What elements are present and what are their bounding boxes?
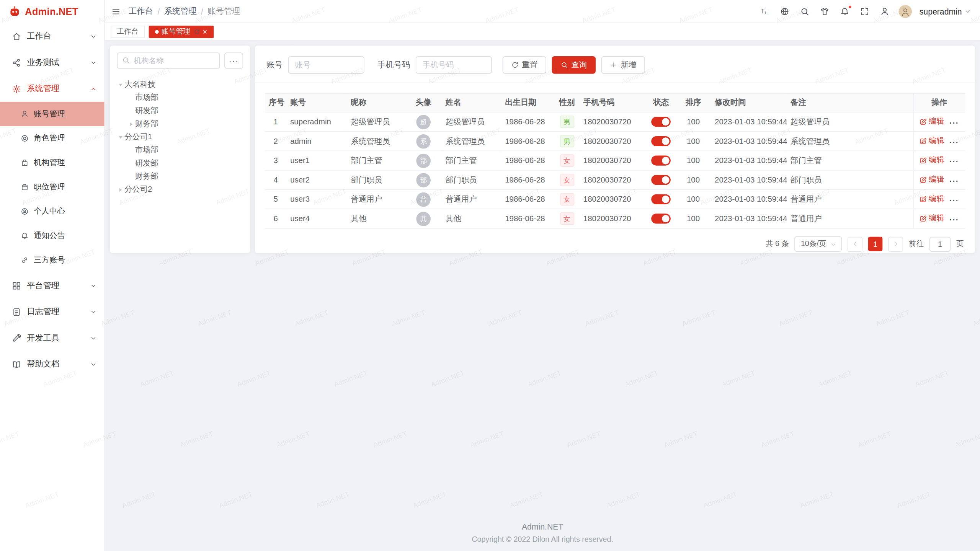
tree-node[interactable]: 研发部 xyxy=(117,104,243,117)
cell-account: user4 xyxy=(286,209,347,228)
cell-name: 超级管理员 xyxy=(442,112,501,132)
row-more-button[interactable]: ··· xyxy=(949,119,959,127)
gender-tag: 男 xyxy=(560,135,574,147)
tree-node[interactable]: 大名科技 xyxy=(117,78,243,91)
cell-gender: 男 xyxy=(554,132,580,151)
tree-node[interactable]: 财务部 xyxy=(117,117,243,130)
tab-label: 工作台 xyxy=(117,27,138,36)
status-toggle[interactable] xyxy=(652,156,671,166)
sidebar-item-help-docs[interactable]: 帮助文档 xyxy=(0,351,105,378)
profile-icon[interactable] xyxy=(880,7,889,16)
collapse-menu-button[interactable] xyxy=(111,7,121,16)
edit-button[interactable]: 编辑 xyxy=(920,194,944,205)
sidebar-item-platform-mgmt[interactable]: 平台管理 xyxy=(0,272,105,299)
tree-expand-caret[interactable] xyxy=(130,122,133,126)
edit-button[interactable]: 编辑 xyxy=(920,155,944,166)
tree-expand-caret[interactable] xyxy=(119,136,122,139)
font-size-icon[interactable]: Tt xyxy=(760,7,769,16)
cell-index: 5 xyxy=(265,190,286,209)
sidebar-item-label: 通知公告 xyxy=(34,230,97,241)
query-form: 账号 手机号码 重置 查询 新增 xyxy=(265,53,965,82)
status-toggle[interactable] xyxy=(652,136,671,146)
add-button[interactable]: 新增 xyxy=(601,56,645,74)
reset-button[interactable]: 重置 xyxy=(503,56,546,74)
sidebar-item-role-mgmt[interactable]: 角色管理 xyxy=(0,126,105,151)
status-toggle[interactable] xyxy=(652,117,671,127)
tree-more-button[interactable]: ··· xyxy=(224,52,243,68)
sidebar-item-label: 开发工具 xyxy=(27,333,84,344)
edit-button[interactable]: 编辑 xyxy=(920,174,944,185)
pagination: 共 6 条 10条/页 1 前往 页 xyxy=(265,229,965,253)
tab-close-icon[interactable]: × xyxy=(203,28,207,36)
column-header: 状态 xyxy=(647,93,676,112)
status-toggle[interactable] xyxy=(652,175,671,185)
org-search-input[interactable] xyxy=(117,52,220,68)
tab-refresh-icon[interactable] xyxy=(193,28,199,34)
prev-page-button[interactable] xyxy=(848,236,862,251)
account-input[interactable] xyxy=(288,56,364,74)
tree-node[interactable]: 财务部 xyxy=(117,170,243,183)
cell-birthdate: 1986-06-28 xyxy=(501,209,554,228)
tree-node[interactable]: 研发部 xyxy=(117,157,243,170)
status-toggle[interactable] xyxy=(652,194,671,204)
user-menu[interactable]: superadmin xyxy=(920,7,971,16)
tree-expand-caret[interactable] xyxy=(119,188,122,192)
sidebar-item-label: 三方账号 xyxy=(34,255,97,266)
org-search-row: ··· xyxy=(117,52,243,68)
notification-icon[interactable] xyxy=(840,7,849,16)
edit-button[interactable]: 编辑 xyxy=(920,116,944,127)
cell-sort: 100 xyxy=(676,112,711,132)
logo[interactable]: Admin.NET xyxy=(0,0,105,23)
breadcrumb-item[interactable]: 系统管理 xyxy=(164,6,197,17)
search-icon xyxy=(800,7,809,16)
tab-account-mgmt[interactable]: 账号管理× xyxy=(149,25,214,38)
sidebar-item-account-mgmt[interactable]: 账号管理 xyxy=(0,102,105,126)
sidebar-item-system-mgmt[interactable]: 系统管理 xyxy=(0,76,105,102)
footer-title: Admin.NET xyxy=(105,522,980,531)
cell-status xyxy=(647,112,676,132)
search-icon[interactable] xyxy=(800,7,809,16)
sidebar-item-position-mgmt[interactable]: 职位管理 xyxy=(0,175,105,199)
sidebar-item-label: 职位管理 xyxy=(34,182,97,192)
sidebar-item-log-mgmt[interactable]: 日志管理 xyxy=(0,298,105,325)
phone-input[interactable] xyxy=(416,56,492,74)
tab-workbench[interactable]: 工作台 xyxy=(111,25,145,38)
tree-node[interactable]: 分公司2 xyxy=(117,183,243,196)
tree-node[interactable]: 市场部 xyxy=(117,144,243,157)
page-size-select[interactable]: 10条/页 xyxy=(795,236,842,252)
chevron-right-icon xyxy=(892,241,899,248)
next-page-button[interactable] xyxy=(888,236,903,251)
tree-node[interactable]: 分公司1 xyxy=(117,130,243,143)
row-more-button[interactable]: ··· xyxy=(949,196,959,205)
row-more-button[interactable]: ··· xyxy=(949,215,959,224)
edit-button[interactable]: 编辑 xyxy=(920,213,944,224)
row-more-button[interactable]: ··· xyxy=(949,157,959,166)
current-page[interactable]: 1 xyxy=(868,237,883,251)
column-header: 账号 xyxy=(286,93,347,112)
tree-node-label: 市场部 xyxy=(135,145,158,156)
fullscreen-icon[interactable] xyxy=(860,7,869,16)
cell-status xyxy=(647,151,676,170)
edit-button[interactable]: 编辑 xyxy=(920,136,944,147)
chevron-down-icon xyxy=(90,59,97,66)
user-avatar[interactable] xyxy=(899,5,912,18)
cell-status xyxy=(647,209,676,228)
sidebar-item-workbench[interactable]: 工作台 xyxy=(0,23,105,49)
row-more-button[interactable]: ··· xyxy=(949,177,959,186)
sidebar-item-org-mgmt[interactable]: 机构管理 xyxy=(0,150,105,175)
search-button[interactable]: 查询 xyxy=(552,56,596,74)
tree-expand-caret[interactable] xyxy=(119,83,122,86)
theme-icon[interactable] xyxy=(820,7,829,16)
sidebar-item-biz-test[interactable]: 业务测试 xyxy=(0,49,105,76)
tree-node[interactable]: 市场部 xyxy=(117,91,243,104)
language-icon[interactable] xyxy=(780,7,789,16)
status-toggle[interactable] xyxy=(652,214,671,223)
breadcrumb-item[interactable]: 工作台 xyxy=(129,6,153,17)
cell-phone: 18020030720 xyxy=(580,132,647,151)
row-more-button[interactable]: ··· xyxy=(949,138,959,147)
goto-page-input[interactable] xyxy=(929,236,951,251)
sidebar-item-notice[interactable]: 通知公告 xyxy=(0,223,105,248)
sidebar-item-personal-center[interactable]: 个人中心 xyxy=(0,199,105,224)
sidebar-item-dev-tools[interactable]: 开发工具 xyxy=(0,325,105,351)
sidebar-item-third-account[interactable]: 三方账号 xyxy=(0,248,105,272)
